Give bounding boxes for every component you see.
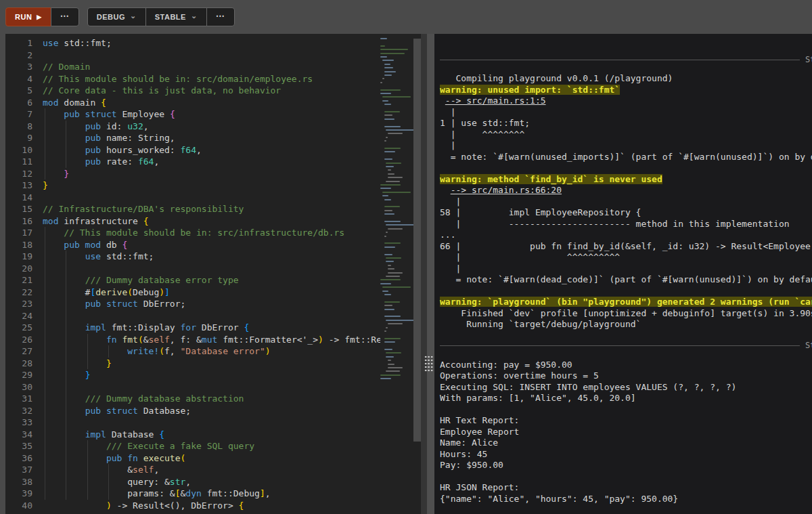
- code-line[interactable]: 11 pub rate: f64,: [5, 156, 380, 168]
- code-line[interactable]: 18 pub mod db {: [5, 239, 380, 251]
- line-number: 3: [5, 61, 32, 73]
- tools-more-button[interactable]: ⋯: [206, 7, 235, 26]
- output-line: warning: unused import: `std::fmt`: [440, 85, 812, 96]
- run-button-group: RUN ▶ ⋯: [5, 7, 79, 26]
- code-line[interactable]: 37 &self,: [5, 464, 380, 476]
- output-line: [440, 404, 812, 416]
- code-line[interactable]: 32 pub struct Database;: [5, 405, 380, 417]
- output-line: With params: [1, "Alice", 45.0, 20.0]: [440, 393, 812, 404]
- output-line: |: [440, 107, 812, 119]
- code-line[interactable]: 2: [5, 49, 380, 62]
- line-number: 4: [5, 73, 32, 85]
- code-line[interactable]: 30: [5, 381, 380, 393]
- error-location-link[interactable]: --> src/main.rs:1:5: [445, 95, 546, 106]
- output-line: Hours: 45: [440, 449, 812, 461]
- pane-splitter[interactable]: [421, 34, 434, 514]
- line-number: 2: [5, 49, 32, 62]
- code-line[interactable]: 15// Infrastructure/DBA's responsibility: [5, 203, 380, 215]
- line-number: 10: [5, 144, 32, 156]
- line-number: 27: [5, 345, 32, 358]
- line-number: 11: [5, 156, 32, 168]
- editor-scrollbar[interactable]: [413, 39, 421, 442]
- code-line[interactable]: 4// This module should be in: src/domain…: [5, 73, 380, 85]
- code-line[interactable]: 13}: [5, 179, 380, 192]
- code-line[interactable]: 3// Domain: [5, 61, 380, 73]
- code-line[interactable]: 21 /// Dummy database error type: [5, 274, 380, 286]
- section-divider: [440, 60, 800, 60]
- code-line[interactable]: 16mod infrastructure {: [5, 215, 380, 228]
- error-location-link[interactable]: --> src/main.rs:66:20: [451, 185, 562, 195]
- output-panel: Standard Error Compiling playground v0.0…: [434, 34, 812, 514]
- stderr-header-label: Standard Error: [805, 54, 812, 66]
- output-line: 66 | pub fn find_by_id(&self, _id: u32) …: [440, 241, 812, 253]
- code-line[interactable]: 29 }: [5, 369, 380, 381]
- line-number: 21: [5, 274, 32, 286]
- code-line[interactable]: 31 /// Dummy database abstraction: [5, 393, 380, 405]
- code-line[interactable]: 25 impl fmt::Display for DbError {: [5, 322, 380, 334]
- code-line[interactable]: 9 pub name: String,: [5, 132, 380, 144]
- code-line[interactable]: 7 pub struct Employee {: [5, 108, 380, 121]
- code-line[interactable]: 8 pub id: u32,: [5, 121, 380, 133]
- run-button[interactable]: RUN ▶: [5, 7, 51, 26]
- code-line[interactable]: 27 write!(f, "Database error"): [5, 345, 380, 358]
- code-line[interactable]: 33: [5, 416, 380, 429]
- line-number: 22: [5, 286, 32, 299]
- code-line[interactable]: 20: [5, 263, 380, 275]
- code-line[interactable]: 26 fn fmt(&self, f: &mut fmt::Formatter<…: [5, 334, 380, 346]
- stderr-stream: Compiling playground v0.0.1 (/playground…: [440, 73, 812, 330]
- toolbar: RUN ▶ ⋯ DEBUG ⌄ STABLE ⌄ ⋯: [0, 0, 812, 34]
- output-line: |: [440, 263, 812, 275]
- code-line[interactable]: 35 /// Execute a fake SQL query: [5, 440, 380, 452]
- ellipsis-icon: ⋯: [60, 12, 70, 20]
- minimap[interactable]: [380, 38, 411, 514]
- mode-select-debug[interactable]: DEBUG ⌄: [87, 7, 146, 26]
- code-line[interactable]: 17 // This module should be in: src/infr…: [5, 227, 380, 239]
- output-line: HR JSON Report:: [440, 482, 812, 494]
- code-line[interactable]: 34 impl Database {: [5, 429, 380, 441]
- code-line[interactable]: 12 }: [5, 168, 380, 180]
- code-line[interactable]: 36 pub fn execute(: [5, 452, 380, 465]
- code-line[interactable]: 5// Core data - this is just data, no be…: [5, 85, 380, 97]
- code-line[interactable]: 28 }: [5, 358, 380, 370]
- line-number: 40: [5, 500, 32, 512]
- code-editor-panel: 1use std::fmt;23// Domain4// This module…: [5, 34, 421, 514]
- splitter-drag-handle-icon[interactable]: [424, 355, 433, 372]
- code-line[interactable]: 39 params: &[&dyn fmt::Debug],: [5, 488, 380, 500]
- line-number: 7: [5, 108, 32, 121]
- output-line: --> src/main.rs:1:5: [440, 95, 812, 107]
- code-line[interactable]: 40 ) -> Result<(), DbError> {: [5, 500, 380, 512]
- code-line[interactable]: 19 use std::fmt;: [5, 251, 380, 263]
- channel-select-stable[interactable]: STABLE ⌄: [145, 7, 207, 26]
- stdout-header-label: Standard Output: [805, 340, 812, 351]
- line-number: 19: [5, 251, 32, 263]
- code-line[interactable]: 14: [5, 192, 380, 204]
- line-number: 17: [5, 227, 32, 239]
- code-line[interactable]: 24: [5, 310, 380, 322]
- run-more-button[interactable]: ⋯: [51, 7, 79, 26]
- line-number: 36: [5, 452, 32, 465]
- output-line: = note: `#[warn(unused_imports)]` (part …: [440, 152, 812, 163]
- line-number: 16: [5, 215, 32, 228]
- output-line: Name: Alice: [440, 437, 812, 449]
- output-line: 58 | impl EmployeeRepository {: [440, 207, 812, 219]
- chevron-down-icon: ⌄: [130, 12, 137, 20]
- code-line[interactable]: 10 pub hours_worked: f64,: [5, 144, 380, 156]
- channel-label: STABLE: [155, 13, 186, 21]
- code-line[interactable]: 6mod domain {: [5, 97, 380, 109]
- code-line[interactable]: 1use std::fmt;: [5, 37, 380, 49]
- output-line: --> src/main.rs:66:20: [440, 185, 812, 196]
- code-line[interactable]: 23 pub struct DbError;: [5, 298, 380, 310]
- line-number: 14: [5, 192, 32, 204]
- line-number: 9: [5, 132, 32, 144]
- output-line: Accounting: pay = $950.00: [440, 360, 812, 371]
- ellipsis-icon: ⋯: [216, 12, 225, 20]
- output-line: Pay: $950.00: [440, 460, 812, 471]
- code-line[interactable]: 38 query: &str,: [5, 476, 380, 488]
- output-line: ...: [440, 230, 812, 241]
- line-number: 8: [5, 121, 32, 133]
- code-area[interactable]: 1use std::fmt;23// Domain4// This module…: [5, 37, 380, 514]
- line-number: 5: [5, 85, 32, 97]
- code-line[interactable]: 22 #[derive(Debug)]: [5, 286, 380, 299]
- line-number: 24: [5, 310, 32, 322]
- chevron-down-icon: ⌄: [191, 12, 198, 20]
